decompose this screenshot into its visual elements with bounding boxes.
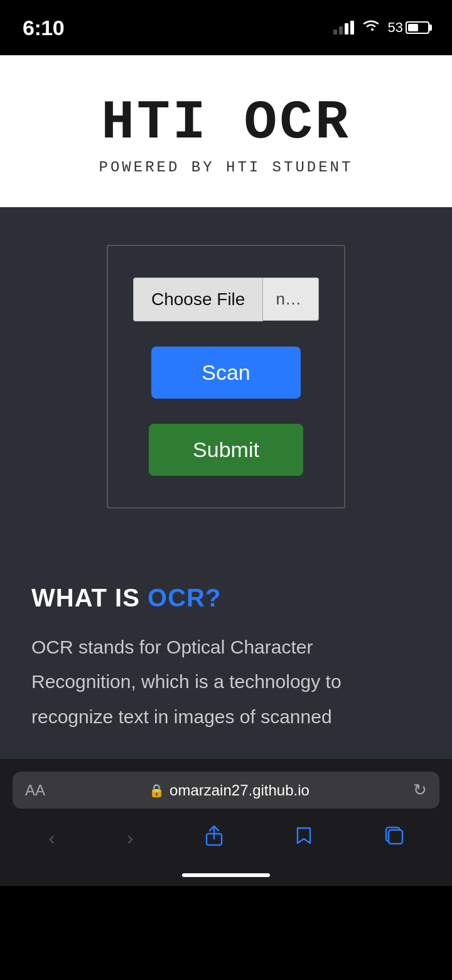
home-indicator [182, 873, 270, 877]
heading-prefix: WHAT IS [31, 584, 148, 611]
browser-bar: AA 🔒 omarzain27.github.io ↻ ‹ › [0, 759, 452, 886]
file-input-row: Choose File n...d [133, 277, 319, 321]
browser-address-row[interactable]: AA 🔒 omarzain27.github.io ↻ [13, 772, 439, 809]
battery-icon: 53 [388, 19, 429, 36]
browser-bookmarks-button[interactable] [285, 821, 323, 855]
wifi-icon [362, 19, 380, 36]
browser-nav-row: ‹ › [13, 814, 439, 862]
header-section: HTI OCR powered by HTI Student [0, 55, 452, 207]
status-time: 6:10 [23, 16, 64, 40]
logo-subtitle: powered by HTI Student [99, 159, 353, 176]
browser-reload-button[interactable]: ↻ [413, 780, 427, 800]
scan-button[interactable]: Scan [151, 347, 301, 399]
file-name-display: n...d [263, 277, 319, 321]
svg-rect-2 [389, 830, 402, 844]
browser-share-button[interactable] [195, 820, 233, 856]
form-card: Choose File n...d Scan Submit [107, 245, 345, 509]
info-section: WHAT IS OCR? OCR stands for Optical Char… [0, 546, 452, 760]
browser-url: omarzain27.github.io [170, 782, 309, 799]
info-heading: WHAT IS OCR? [31, 584, 421, 612]
browser-tabs-button[interactable] [375, 821, 414, 854]
choose-file-button[interactable]: Choose File [133, 277, 263, 321]
info-body-text: OCR stands for Optical Character Recogni… [31, 630, 421, 735]
heading-highlight: OCR? [148, 584, 221, 611]
lock-icon: 🔒 [149, 783, 164, 798]
signal-icon [333, 21, 354, 35]
browser-url-area: 🔒 omarzain27.github.io [45, 782, 413, 799]
status-icons: 53 [333, 19, 429, 36]
browser-aa-button[interactable]: AA [25, 782, 45, 799]
logo-title: HTI OCR [101, 93, 351, 154]
submit-button[interactable]: Submit [149, 424, 303, 476]
status-bar: 6:10 53 [0, 0, 452, 55]
main-section: Choose File n...d Scan Submit [0, 207, 452, 546]
browser-back-button[interactable]: ‹ [38, 822, 65, 854]
browser-forward-button[interactable]: › [117, 822, 143, 854]
